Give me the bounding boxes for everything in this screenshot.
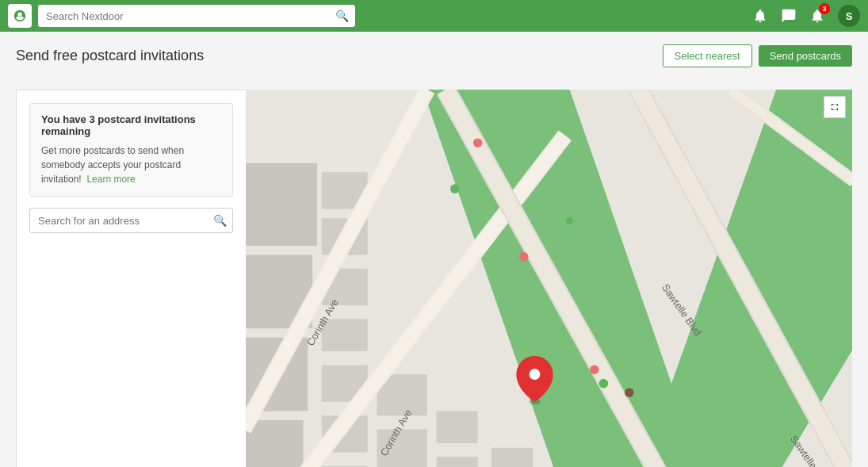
map-container[interactable]: Sawtelle Blvd Ross Ave Corinth Ave Corin… bbox=[246, 90, 852, 467]
map-fullscreen-button[interactable] bbox=[824, 96, 846, 118]
invitations-info-box: You have 3 postcard invitations remainin… bbox=[29, 103, 233, 197]
address-search-input[interactable] bbox=[29, 208, 233, 233]
select-nearest-button[interactable]: Select nearest bbox=[663, 44, 752, 67]
svg-rect-1 bbox=[246, 163, 317, 246]
svg-point-49 bbox=[590, 365, 599, 374]
header-search-wrap: 🔍 bbox=[38, 5, 355, 27]
page-title: Send free postcard invitations bbox=[16, 48, 204, 64]
top-buttons: Select nearest Send postcards bbox=[663, 44, 852, 67]
left-panel: You have 3 postcard invitations remainin… bbox=[16, 90, 246, 467]
header: 🔍 3 S bbox=[0, 0, 868, 32]
header-actions: 3 S bbox=[752, 5, 860, 27]
address-search-wrap: 🔍 bbox=[29, 208, 233, 233]
header-search-icon: 🔍 bbox=[335, 10, 349, 22]
svg-point-51 bbox=[625, 388, 634, 397]
avatar[interactable]: S bbox=[838, 5, 860, 27]
messages-icon[interactable] bbox=[781, 8, 797, 24]
alerts-icon[interactable]: 3 bbox=[809, 8, 825, 24]
page-header-row: Send free postcard invitations Select ne… bbox=[16, 44, 852, 78]
svg-rect-4 bbox=[246, 420, 304, 467]
content-row: You have 3 postcard invitations remainin… bbox=[16, 90, 852, 467]
svg-rect-20 bbox=[491, 448, 533, 467]
svg-rect-9 bbox=[322, 320, 368, 352]
svg-point-45 bbox=[473, 138, 483, 147]
main-content: Send free postcard invitations Select ne… bbox=[0, 32, 868, 467]
invitations-desc: Get more postcards to send when somebody… bbox=[41, 144, 221, 186]
svg-point-47 bbox=[519, 252, 529, 262]
notifications-icon[interactable] bbox=[752, 8, 768, 24]
svg-point-50 bbox=[599, 379, 609, 389]
invitations-title: You have 3 postcard invitations remainin… bbox=[41, 113, 221, 137]
send-postcards-button[interactable]: Send postcards bbox=[759, 45, 852, 67]
svg-rect-18 bbox=[437, 457, 478, 467]
logo[interactable] bbox=[8, 4, 32, 28]
svg-point-48 bbox=[566, 217, 573, 224]
address-search-icon: 🔍 bbox=[213, 214, 227, 227]
svg-point-46 bbox=[450, 184, 460, 193]
learn-more-link[interactable]: Learn more bbox=[86, 174, 135, 185]
svg-rect-17 bbox=[437, 411, 478, 443]
map-svg: Sawtelle Blvd Ross Ave Corinth Ave Corin… bbox=[246, 90, 852, 467]
header-search-input[interactable] bbox=[38, 5, 355, 27]
alerts-badge: 3 bbox=[819, 3, 830, 14]
svg-point-44 bbox=[530, 369, 541, 380]
